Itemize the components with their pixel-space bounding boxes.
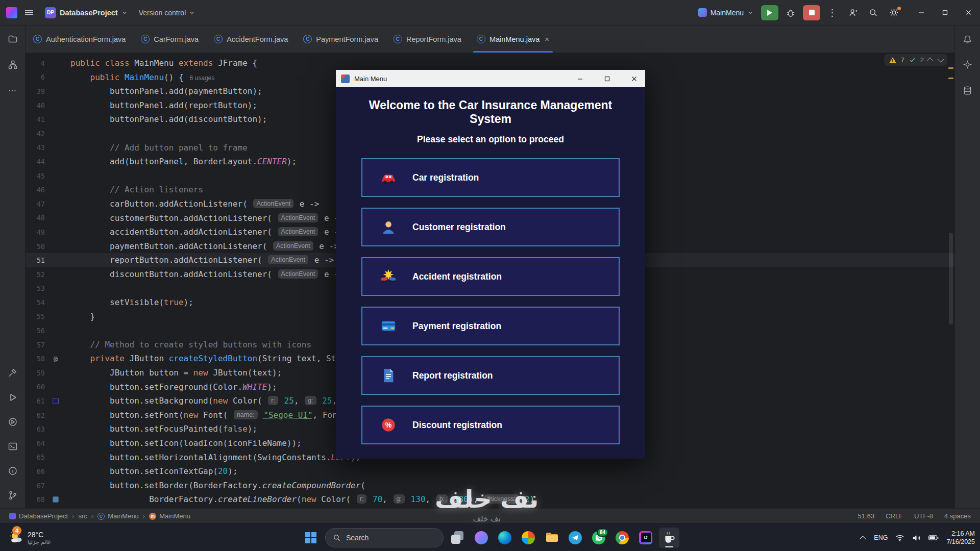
- warning-count: 7: [901, 56, 904, 64]
- photos-taskbar-button[interactable]: [518, 528, 538, 548]
- line-number: 6: [26, 73, 45, 81]
- run-button[interactable]: [761, 5, 778, 20]
- indent-style[interactable]: 4 spaces: [944, 512, 971, 520]
- terminal-toolwindow-button[interactable]: [6, 440, 19, 453]
- stop-button[interactable]: [803, 5, 820, 20]
- database-toolwindow-button[interactable]: [961, 84, 974, 97]
- tab-paymentform-java[interactable]: CPaymentForm.java: [296, 26, 386, 53]
- settings-button[interactable]: [885, 5, 902, 20]
- whatsapp-taskbar-button[interactable]: 84: [589, 528, 609, 548]
- java-class-icon: C: [214, 35, 223, 43]
- tab-mainmenu-java[interactable]: CMainMenu.java×: [469, 26, 557, 53]
- dialog-minimize-button[interactable]: [569, 70, 591, 87]
- wifi-icon[interactable]: [895, 534, 904, 542]
- discount-registration-button[interactable]: %Discount registration: [361, 406, 620, 444]
- structure-toolwindow-button[interactable]: [6, 58, 19, 71]
- notifications-button[interactable]: [961, 33, 974, 46]
- run-icon: [8, 392, 18, 403]
- line-number: 50: [26, 242, 45, 251]
- java-class-icon: C: [477, 35, 485, 43]
- next-problem-icon[interactable]: [938, 56, 944, 63]
- input-language[interactable]: ENG: [874, 534, 888, 541]
- main-menu-hamburger-icon[interactable]: [20, 4, 38, 21]
- problems-toolwindow-button[interactable]: [6, 464, 19, 478]
- method-icon: m: [149, 513, 156, 520]
- dialog-title-bar[interactable]: Main Menu: [336, 70, 645, 87]
- battery-icon[interactable]: [928, 535, 939, 541]
- run-config-name: MainMenu: [710, 9, 744, 17]
- stop-icon: [809, 10, 815, 15]
- copilot-icon: [475, 531, 488, 544]
- dialog-maximize-button[interactable]: [596, 70, 618, 87]
- line-number: 58: [26, 355, 45, 363]
- project-toolwindow-button[interactable]: [6, 33, 19, 46]
- breadcrumb-item[interactable]: mMainMenu: [149, 512, 190, 520]
- breadcrumb-item[interactable]: src: [78, 512, 87, 520]
- code-with-me-button[interactable]: [844, 5, 862, 20]
- intellij-taskbar-button[interactable]: IJ: [635, 528, 656, 548]
- close-tab-icon[interactable]: ×: [545, 35, 549, 43]
- search-everywhere-button[interactable]: [865, 5, 882, 20]
- run-configuration-selector[interactable]: MainMenu: [694, 6, 757, 19]
- caret-position[interactable]: 51:63: [858, 512, 875, 520]
- warning-stripe-mark[interactable]: [948, 67, 953, 69]
- start-button[interactable]: [301, 528, 321, 548]
- inspections-widget[interactable]: 7 2: [884, 54, 947, 66]
- volume-icon[interactable]: [912, 534, 921, 542]
- java-app-taskbar-button[interactable]: [659, 528, 679, 548]
- code-line[interactable]: 66 button.setIconTextGap(20);: [26, 464, 954, 479]
- line-number: 60: [26, 383, 45, 391]
- ai-assistant-button[interactable]: [961, 58, 974, 71]
- tab-accidentform-java[interactable]: CAccidentForm.java: [206, 26, 296, 53]
- edge-taskbar-button[interactable]: [495, 528, 515, 548]
- usages-inlay[interactable]: 6 usages: [190, 74, 215, 82]
- car-registration-button[interactable]: Car registration: [361, 158, 620, 197]
- services-toolwindow-button[interactable]: [6, 415, 19, 429]
- code-line[interactable]: 4public class MainMenu extends JFrame {: [26, 56, 954, 70]
- tab-carform-java[interactable]: CCarForm.java: [133, 26, 206, 53]
- debug-button[interactable]: [782, 5, 799, 20]
- edge-icon: [498, 531, 511, 544]
- task-view-taskbar-button[interactable]: [448, 528, 468, 548]
- file-explorer-taskbar-button[interactable]: [542, 528, 562, 548]
- line-number: 53: [26, 284, 45, 292]
- window-close-button[interactable]: [957, 0, 980, 26]
- color-swatch[interactable]: [53, 398, 59, 404]
- run-toolwindow-button[interactable]: [6, 391, 19, 404]
- code-text: buttonPanel.add(discountButton);: [66, 112, 267, 127]
- tab-authenticationform-java[interactable]: CAuthenticationForm.java: [26, 26, 133, 53]
- more-actions-button[interactable]: ⋮: [824, 5, 841, 20]
- dialog-close-button[interactable]: [623, 70, 645, 87]
- java-class-icon: C: [141, 35, 150, 43]
- report-registration-button[interactable]: Report registration: [361, 356, 620, 395]
- customer-registration-button[interactable]: Customer registration: [361, 208, 620, 246]
- line-number: 64: [26, 439, 45, 447]
- warning-stripe-mark[interactable]: [948, 78, 953, 79]
- previous-problem-icon[interactable]: [927, 58, 934, 64]
- accident-registration-button[interactable]: Accident registration: [361, 257, 620, 296]
- clock[interactable]: 2:16 AM 7/16/2025: [946, 530, 975, 546]
- tab-reportform-java[interactable]: CReportForm.java: [386, 26, 469, 53]
- tray-expand-icon[interactable]: [860, 536, 866, 542]
- copilot-taskbar-button[interactable]: [471, 528, 492, 548]
- code-text: // Add button panel to frame: [66, 141, 248, 155]
- windows-logo-icon: [305, 532, 316, 543]
- weather-widget[interactable]: 4 28°C غائم جزئيا: [5, 524, 51, 551]
- breadcrumb-item[interactable]: DatabaseProject: [9, 512, 68, 520]
- file-encoding[interactable]: UTF-8: [914, 512, 933, 520]
- chrome-taskbar-button[interactable]: [612, 528, 632, 548]
- build-toolwindow-button[interactable]: [6, 366, 19, 380]
- breadcrumb-item[interactable]: CMainMenu: [97, 512, 139, 520]
- vcs-widget[interactable]: Version control: [135, 7, 200, 19]
- line-separator[interactable]: CRLF: [886, 512, 903, 520]
- window-minimize-button[interactable]: [910, 0, 933, 26]
- project-selector[interactable]: DP DatabaseProject: [41, 5, 132, 20]
- telegram-taskbar-button[interactable]: [565, 528, 585, 548]
- window-maximize-button[interactable]: [933, 0, 957, 26]
- color-swatch[interactable]: [53, 496, 59, 503]
- taskbar-search[interactable]: Search: [325, 528, 444, 547]
- version-control-toolwindow-button[interactable]: [6, 489, 19, 502]
- more-toolwindows-button[interactable]: ⋯: [6, 84, 19, 97]
- payment-registration-button[interactable]: Payment registration: [361, 307, 620, 345]
- editor-scrollbar-thumb[interactable]: [949, 233, 953, 324]
